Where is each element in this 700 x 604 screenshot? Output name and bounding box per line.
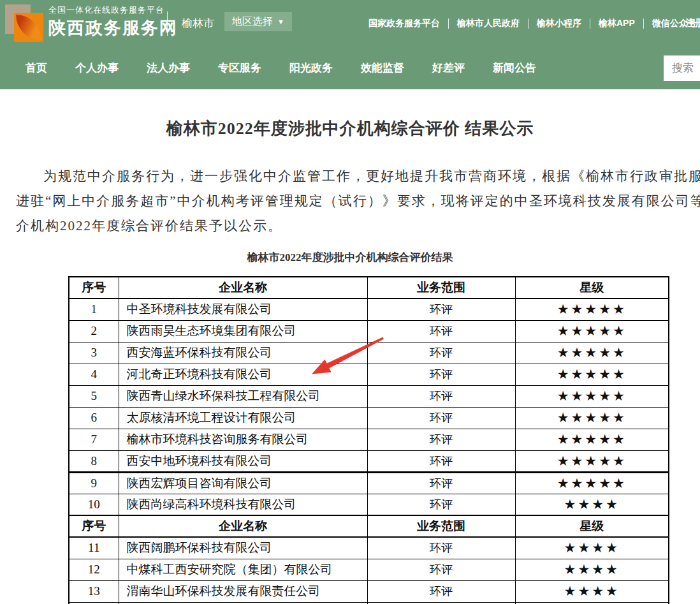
nav-item-zone[interactable]: 专区服务 xyxy=(218,61,261,75)
site-titles: 全国一体化在线政务服务平台 陕西政务服务网 xyxy=(48,6,178,37)
nav-item-supervision[interactable]: 效能监督 xyxy=(361,61,404,75)
column-header: 企业名称 xyxy=(119,277,367,298)
table-cell-name: 榆林市环境科技咨询服务有限公司 xyxy=(119,429,367,450)
table-cell-scope: 环评 xyxy=(367,342,515,364)
region-selector-button[interactable]: 地区选择 ▼ xyxy=(224,12,292,31)
link-mini-program[interactable]: 榆林小程序 xyxy=(537,18,581,29)
table-row: 9陕西宏辉项目咨询有限公司环评★★★★★ xyxy=(69,472,669,494)
table-row: 6太原核清环境工程设计有限公司环评★★★★★ xyxy=(69,407,669,429)
table-cell-name: 渭南华山环保科技发展有限责任公司 xyxy=(119,580,367,602)
table-row: 1中圣环境科技发展有限公司环评★★★★★ xyxy=(69,298,669,320)
table-cell-stars: ★★★★ xyxy=(515,559,669,580)
column-header: 星级 xyxy=(515,277,669,298)
search-input[interactable]: 搜索 xyxy=(664,55,700,81)
table-cell-name: 陕西青山绿水环保科技工程有限公司 xyxy=(119,385,367,407)
table-cell-name: 中圣环境科技发展有限公司 xyxy=(119,298,367,320)
table-row: 3西安海蓝环保科技有限公司环评★★★★★ xyxy=(69,342,669,364)
table-header-row: 序号企业名称业务范围星级 xyxy=(69,515,669,537)
table-cell-scope: 环评 xyxy=(367,472,515,494)
table-cell-stars: ★★★★ xyxy=(515,537,669,559)
link-city-government[interactable]: 榆林市人民政府 xyxy=(457,18,520,29)
nav-item-personal[interactable]: 个人办事 xyxy=(75,61,119,75)
column-header: 星级 xyxy=(515,515,669,537)
table-cell-no: 5 xyxy=(69,385,119,407)
table-cell-no: 1 xyxy=(69,298,119,320)
table-row: 13渭南华山环保科技发展有限责任公司环评★★★★ xyxy=(69,580,669,602)
results-table: 序号企业名称业务范围星级1中圣环境科技发展有限公司环评★★★★★2陕西雨昊生态环… xyxy=(68,276,669,604)
table-header-row: 序号企业名称业务范围星级 xyxy=(69,277,669,298)
table-cell-scope: 环评 xyxy=(367,580,515,602)
link-separator xyxy=(643,18,644,29)
table-cell-no: 13 xyxy=(69,580,119,602)
column-header: 序号 xyxy=(69,515,119,537)
results-table-body: 序号企业名称业务范围星级1中圣环境科技发展有限公司环评★★★★★2陕西雨昊生态环… xyxy=(69,277,669,604)
announcement-paragraph: 为规范中介服务行为，进一步强化中介监管工作，更好地提升我市营商环境，根据《榆林市… xyxy=(16,164,700,239)
table-cell-stars: ★★★★★ xyxy=(515,320,669,342)
table-cell-name: 西安中地环境科技有限公司 xyxy=(119,450,367,472)
table-row: 12中煤科工西安研究院（集团）有限公司环评★★★★ xyxy=(69,559,669,580)
site-logo[interactable] xyxy=(5,4,43,43)
table-cell-name: 河北奇正环境科技有限公司 xyxy=(119,364,367,385)
table-cell-scope: 环评 xyxy=(367,298,515,320)
table-cell-no: 10 xyxy=(69,494,119,515)
nav-item-legal[interactable]: 法人办事 xyxy=(147,61,190,75)
page: 全国一体化在线政务服务平台 陕西政务服务网 榆林市 地区选择 ▼ 国家政务服务平… xyxy=(0,0,700,604)
table-caption: 榆林市2022年度涉批中介机构综合评价结果 xyxy=(0,250,700,265)
link-separator xyxy=(528,18,529,29)
table-cell-no: 2 xyxy=(69,320,119,342)
table-cell-no: 9 xyxy=(69,472,119,494)
register-link[interactable]: 注册 xyxy=(685,17,700,29)
main-nav: 首页 个人办事 法人办事 专区服务 阳光政务 效能监督 好差评 新闻公告 搜索 xyxy=(0,47,700,89)
nav-item-rating[interactable]: 好差评 xyxy=(432,61,465,75)
table-cell-name: 中煤科工西安研究院（集团）有限公司 xyxy=(119,559,367,580)
nav-items: 首页 个人办事 法人办事 专区服务 阳光政务 效能监督 好差评 新闻公告 xyxy=(0,47,700,89)
table-cell-stars: ★★★★★ xyxy=(515,298,669,320)
nav-item-sunshine[interactable]: 阳光政务 xyxy=(289,61,333,75)
chevron-down-icon: ▼ xyxy=(277,18,284,26)
table-row: 8西安中地环境科技有限公司环评★★★★★ xyxy=(69,450,669,472)
table-cell-stars: ★★★★★ xyxy=(515,342,669,364)
paragraph-line: 进驻“网上中介服务超市”中介机构考评管理规定（试行）》要求，现将评定的中圣环境科… xyxy=(16,189,700,214)
table-cell-stars: ★★★★★ xyxy=(515,429,669,450)
table-cell-stars: ★★★★★ xyxy=(515,407,669,429)
nav-item-news[interactable]: 新闻公告 xyxy=(493,61,536,75)
table-cell-stars: ★★★★ xyxy=(515,580,669,602)
table-cell-scope: 环评 xyxy=(367,429,515,450)
table-cell-scope: 环评 xyxy=(367,385,515,407)
table-cell-scope: 环评 xyxy=(367,407,515,429)
table-cell-name: 太原核清环境工程设计有限公司 xyxy=(119,407,367,429)
column-header: 企业名称 xyxy=(119,515,367,537)
platform-subtitle: 全国一体化在线政务服务平台 xyxy=(48,6,178,14)
table-cell-stars: ★★★★ xyxy=(515,494,669,515)
table-cell-scope: 环评 xyxy=(367,320,515,342)
current-city-label: 榆林市 xyxy=(182,16,214,31)
table-cell-scope: 环评 xyxy=(367,450,515,472)
table-cell-stars: ★★★★★ xyxy=(515,472,669,494)
table-row: 11陕西阔鹏环保科技有限公司环评★★★★ xyxy=(69,537,669,559)
region-selector-label: 地区选择 xyxy=(232,15,273,29)
table-cell-stars: ★★★★★ xyxy=(515,450,669,472)
link-national-platform[interactable]: 国家政务服务平台 xyxy=(368,18,440,29)
header-divider xyxy=(167,11,168,36)
link-separator xyxy=(448,18,449,29)
column-header: 业务范围 xyxy=(367,515,515,537)
table-cell-no: 11 xyxy=(69,537,119,559)
header-links: 国家政务服务平台 榆林市人民政府 榆林小程序 榆林APP 微信公众号 xyxy=(368,0,697,47)
table-cell-no: 6 xyxy=(69,407,119,429)
link-separator xyxy=(590,18,590,29)
link-app[interactable]: 榆林APP xyxy=(599,18,635,29)
article: 榆林市2022年度涉批中介机构综合评价 结果公示 为规范中介服务行为，进一步强化… xyxy=(0,117,700,604)
paragraph-line: 为规范中介服务行为，进一步强化中介监管工作，更好地提升我市营商环境，根据《榆林市… xyxy=(16,164,700,189)
page-title: 榆林市2022年度涉批中介机构综合评价 结果公示 xyxy=(0,117,700,140)
table-row: 4河北奇正环境科技有限公司环评★★★★★ xyxy=(69,364,669,385)
table-row: 5陕西青山绿水环保科技工程有限公司环评★★★★★ xyxy=(69,385,669,407)
table-cell-no: 8 xyxy=(69,450,119,472)
table-cell-no: 12 xyxy=(69,559,119,580)
site-name: 陕西政务服务网 xyxy=(48,20,178,37)
table-cell-name: 陕西雨昊生态环境集团有限公司 xyxy=(119,320,367,342)
table-cell-name: 陕西阔鹏环保科技有限公司 xyxy=(119,537,367,559)
column-header: 业务范围 xyxy=(367,277,515,298)
nav-item-home[interactable]: 首页 xyxy=(26,61,47,75)
table-cell-name: 西安海蓝环保科技有限公司 xyxy=(119,342,367,364)
table-cell-name: 陕西宏辉项目咨询有限公司 xyxy=(119,472,367,494)
